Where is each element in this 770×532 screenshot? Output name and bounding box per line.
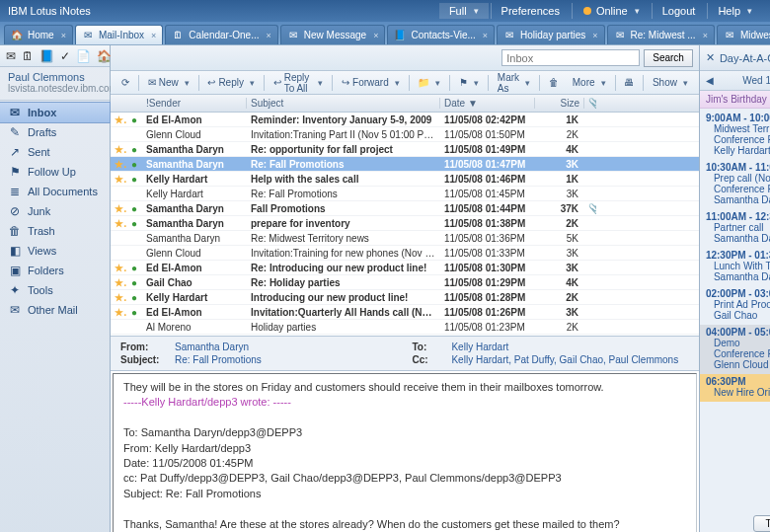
tab-contacts-vie-[interactable]: 📘Contacts-Vie...× xyxy=(387,25,495,44)
star-icon: ★ xyxy=(111,174,126,185)
mail-icon[interactable]: ✉ xyxy=(6,49,16,63)
tab-midwest-terri-[interactable]: ✉Midwest Terri...× xyxy=(717,25,770,44)
more-button[interactable]: More xyxy=(568,75,611,90)
message-sender: Samantha Daryn xyxy=(142,233,247,244)
refresh-button[interactable]: ⟳ xyxy=(116,75,134,90)
sidebar-item-tools[interactable]: ✦Tools xyxy=(0,280,110,300)
close-icon[interactable]: × xyxy=(703,31,708,40)
forward-button[interactable]: ↪Forward xyxy=(337,75,405,90)
col-size[interactable]: Size xyxy=(535,98,584,109)
show-button[interactable]: Show xyxy=(648,75,693,90)
col-subject[interactable]: Subject xyxy=(247,98,440,109)
sidebar-item-trash[interactable]: 🗑Trash xyxy=(0,221,110,241)
sidebar-item-folders[interactable]: ▣Folders xyxy=(0,261,110,280)
message-sender: Samantha Daryn xyxy=(142,218,247,229)
new-button[interactable]: ✉New xyxy=(143,75,194,90)
sidebar-item-follow-up[interactable]: ⚑Follow Up xyxy=(0,162,110,182)
col-attachment[interactable]: 📎 xyxy=(584,98,596,109)
sidebar-item-drafts[interactable]: ✎Drafts xyxy=(0,122,110,142)
event-time: 9:00AM - 10:00AM xyxy=(706,113,770,123)
event-time: 04:00PM - 05:00PM xyxy=(706,327,770,338)
message-date: 11/05/08 01:47PM xyxy=(440,159,535,170)
contacts-icon[interactable]: 📘 xyxy=(39,49,54,63)
message-row[interactable]: ★●Ed El-AmonRe: Introducing our new prod… xyxy=(111,261,699,275)
close-icon[interactable]: × xyxy=(151,31,156,40)
message-subject: Invitation:Traning Part II (Nov 5 01:00 … xyxy=(247,129,440,140)
move-button[interactable]: 📁 xyxy=(413,75,445,90)
reply-all-button[interactable]: ↩Reply To All xyxy=(269,70,329,96)
menu-preferences[interactable]: Preferences xyxy=(491,3,570,19)
search-input[interactable] xyxy=(501,49,640,66)
calendar-date: Wed 11/05/2008 xyxy=(742,75,770,86)
close-icon[interactable]: × xyxy=(61,31,66,40)
message-row[interactable]: Samantha DarynRe: Midwest Territory news… xyxy=(111,231,699,246)
message-size: 4K xyxy=(535,277,584,288)
todo-icon[interactable]: ✓ xyxy=(60,49,70,63)
sidebar-item-other-mail[interactable]: ✉Other Mail xyxy=(0,300,110,320)
message-row[interactable]: Al MorenoHoliday parties11/05/08 01:23PM… xyxy=(111,320,699,335)
message-row[interactable]: ★●Samantha DarynRe: opportunity for fall… xyxy=(111,142,699,157)
message-row[interactable]: Kelly HardartRe: Fall Promotions11/05/08… xyxy=(111,187,699,201)
message-row[interactable]: ★●Ed El-AmonInvitation:Quarterly All Han… xyxy=(111,305,699,320)
collapse-icon[interactable]: ✕ xyxy=(706,51,715,64)
calendar-event[interactable]: 06:30PMNew Hire Orientation xyxy=(700,374,770,402)
message-row[interactable]: ★●Kelly HardartIntroducing our new produ… xyxy=(111,290,699,305)
close-icon[interactable]: × xyxy=(267,31,271,40)
menu-help[interactable]: Help xyxy=(707,3,762,19)
notebook-icon[interactable]: 📄 xyxy=(76,49,91,63)
menu-full[interactable]: Full xyxy=(439,3,489,19)
calendar-event[interactable]: 11:00AM - 12:30PMPartner callSamantha Da… xyxy=(700,209,770,248)
event-line: Gail Chao xyxy=(706,310,770,321)
today-button[interactable]: Today xyxy=(753,515,770,532)
close-icon[interactable]: × xyxy=(592,31,597,40)
tab-mail-inbox[interactable]: ✉Mail-Inbox× xyxy=(75,25,163,44)
calendar-event[interactable]: 02:00PM - 03:00PMPrint Ad Proofs DueGail… xyxy=(700,286,770,325)
message-date: 11/05/08 02:42PM xyxy=(440,114,535,125)
preview-cc-label: Cc: xyxy=(412,354,451,365)
tab-holiday-parties[interactable]: ✉Holiday parties× xyxy=(497,25,604,44)
sidebar-item-views[interactable]: ◧Views xyxy=(0,241,110,261)
calendar-icon[interactable]: 🗓 xyxy=(22,49,34,63)
message-row[interactable]: ★●Ed El-AmonReminder: Inventory January … xyxy=(111,113,699,127)
col-date[interactable]: Date ▼ xyxy=(440,98,535,109)
prev-day-button[interactable]: ◀ xyxy=(706,75,714,86)
message-sender: Kelly Hardart xyxy=(142,292,247,303)
tab-new-message[interactable]: ✉New Message× xyxy=(280,25,386,44)
flag-button[interactable]: ⚑ xyxy=(454,75,484,90)
sidebar-item-inbox[interactable]: ✉Inbox xyxy=(0,103,110,122)
event-line: Samantha Daryn xyxy=(706,271,770,282)
print-button[interactable]: 🖶 xyxy=(619,75,639,90)
event-line: Conference Room 2050 xyxy=(706,134,770,145)
tab-re-midwest-[interactable]: ✉Re: Midwest ...× xyxy=(607,25,715,44)
calendar-event[interactable]: 04:00PM - 05:00PMDemoConference Room 224… xyxy=(700,325,770,374)
message-row[interactable]: ★●Samantha DarynFall Promotions11/05/08 … xyxy=(111,201,699,216)
tab-calendar-one-[interactable]: 🗓Calendar-One...× xyxy=(165,25,277,44)
markas-button[interactable]: Mark As xyxy=(493,70,535,96)
reply-button[interactable]: ↩Reply xyxy=(202,75,260,90)
message-row[interactable]: ★●Kelly HardartHelp with the sales call1… xyxy=(111,172,699,187)
message-row[interactable]: Glenn CloudInvitation:Traning Part II (N… xyxy=(111,127,699,142)
home-icon[interactable]: 🏠 xyxy=(97,49,112,63)
message-date: 11/05/08 01:45PM xyxy=(440,189,535,199)
tab-home[interactable]: 🏠Home× xyxy=(4,25,73,44)
menu-online[interactable]: Online xyxy=(572,3,650,19)
menu-logout[interactable]: Logout xyxy=(652,3,706,19)
delete-button[interactable]: 🗑 xyxy=(544,75,564,90)
message-row[interactable]: ★●Samantha Darynprepare for inventory11/… xyxy=(111,216,699,231)
preview-body[interactable]: They will be in the stores on Friday and… xyxy=(113,373,697,532)
sidebar-item-sent[interactable]: ↗Sent xyxy=(0,142,110,162)
calendar-event[interactable]: 9:00AM - 10:00AMMidwest Territory Planni… xyxy=(700,111,770,160)
calendar-event[interactable]: 12:30PM - 01:30PMLunch With TeamSamantha… xyxy=(700,248,770,286)
message-row[interactable]: Glenn CloudInvitation:Training for new p… xyxy=(111,246,699,261)
search-button[interactable]: Search xyxy=(644,49,693,67)
sidebar-item-all-documents[interactable]: ≣All Documents xyxy=(0,182,110,201)
col-sender[interactable]: !Sender xyxy=(142,98,247,109)
message-row[interactable]: ★●Samantha DarynRe: Fall Promotions11/05… xyxy=(111,157,699,172)
close-icon[interactable]: × xyxy=(483,31,488,40)
sidebar-item-junk[interactable]: ⊘Junk xyxy=(0,201,110,221)
preview-to-label: To: xyxy=(412,342,451,352)
close-icon[interactable]: × xyxy=(373,31,378,40)
message-sender: Gail Chao xyxy=(142,277,247,288)
calendar-event[interactable]: 10:30AM - 11:00AMPrep call (Nov 5)Confer… xyxy=(700,160,770,209)
message-row[interactable]: ★●Gail ChaoRe: Holiday parties11/05/08 0… xyxy=(111,275,699,290)
